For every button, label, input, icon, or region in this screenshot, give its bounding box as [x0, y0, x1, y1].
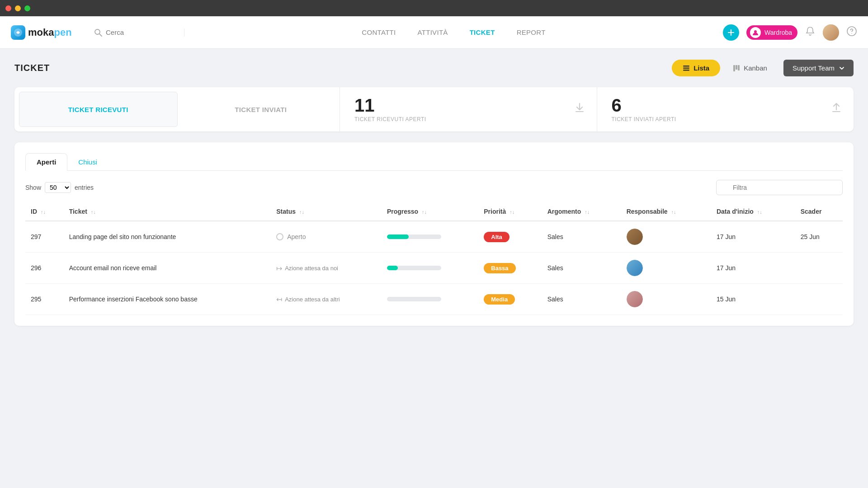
sort-argomento-icon[interactable]: ↑↓ — [585, 209, 590, 215]
cell-status: Aperto — [271, 221, 382, 253]
cell-data-inizio: 17 Jun — [711, 221, 795, 253]
page-content: TICKET Lista Kanban Support Team TICKET … — [0, 49, 868, 488]
col-scadenza: Scader — [795, 202, 843, 221]
cell-scadenza — [795, 284, 843, 315]
cell-progress — [382, 221, 478, 253]
add-button[interactable] — [723, 24, 739, 41]
cell-responsabile — [621, 221, 711, 253]
svg-line-2 — [99, 34, 102, 36]
search-input[interactable] — [106, 28, 169, 36]
table-row[interactable]: 295 Performance inserzioni Facebook sono… — [25, 284, 843, 315]
sub-tab-aperti[interactable]: Aperti — [25, 153, 67, 171]
col-argomento: Argomento ↑↓ — [542, 202, 621, 221]
close-dot[interactable] — [5, 5, 11, 11]
cell-argomento: Sales — [542, 284, 621, 315]
svg-rect-10 — [683, 70, 689, 71]
help-button[interactable] — [846, 26, 857, 39]
logo-text: mokapen — [28, 27, 72, 38]
cell-data-inizio: 17 Jun — [711, 253, 795, 284]
table-row[interactable]: 296 Account email non riceve email ↦Azio… — [25, 253, 843, 284]
ticket-tabs: TICKET RICEVUTI TICKET INVIATI — [14, 87, 340, 131]
progress-bar — [387, 297, 441, 301]
nav-contatti[interactable]: CONTATTI — [362, 28, 396, 36]
cell-priority: Media — [478, 284, 542, 315]
entries-select[interactable]: 50 10 25 100 — [45, 182, 71, 193]
responsabile-avatar — [627, 260, 643, 276]
cell-priority: Alta — [478, 221, 542, 253]
col-progresso: Progresso ↑↓ — [382, 202, 478, 221]
sort-priorita-icon[interactable]: ↑↓ — [509, 209, 514, 215]
nav-report[interactable]: REPORT — [517, 28, 546, 36]
progress-fill — [387, 266, 398, 270]
upload-icon — [830, 102, 843, 117]
sort-responsabile-icon[interactable]: ↑↓ — [671, 209, 676, 215]
sort-ticket-icon[interactable]: ↑↓ — [91, 209, 96, 215]
status-action-noi: ↦Azione attesa da noi — [276, 264, 376, 272]
sort-status-icon[interactable]: ↑↓ — [299, 209, 304, 215]
bell-button[interactable] — [805, 26, 816, 39]
cell-status: ↦Azione attesa da noi — [271, 253, 382, 284]
page-header: TICKET Lista Kanban Support Team — [14, 60, 854, 76]
user-chip[interactable]: Wardroba — [746, 25, 797, 40]
sort-id-icon[interactable]: ↑↓ — [41, 209, 46, 215]
cell-responsabile — [621, 284, 711, 315]
svg-point-7 — [851, 33, 852, 34]
status-circle — [276, 233, 283, 240]
responsabile-avatar — [627, 229, 643, 245]
kanban-view-button[interactable]: Kanban — [724, 60, 776, 76]
show-label: Show 50 10 25 100 entries — [25, 182, 94, 193]
top-nav: mokapen CONTATTI ATTIVITÀ TICKET REPORT … — [0, 16, 868, 49]
tab-ticket-ricevuti[interactable]: TICKET RICEVUTI — [19, 92, 178, 127]
user-chip-label: Wardroba — [764, 29, 792, 36]
table-row[interactable]: 297 Landing page del sito non funzionant… — [25, 221, 843, 253]
sort-progresso-icon[interactable]: ↑↓ — [422, 209, 427, 215]
cell-argomento: Sales — [542, 221, 621, 253]
cell-scadenza: 25 Jun — [795, 221, 843, 253]
stat-inviati-label: TICKET INVIATI APERTI — [612, 116, 840, 122]
progress-fill — [387, 235, 409, 239]
svg-rect-9 — [683, 67, 689, 69]
maximize-dot[interactable] — [24, 5, 30, 11]
col-data-inizio: Data d'inizio ↑↓ — [711, 202, 795, 221]
col-responsabile: Responsabile ↑↓ — [621, 202, 711, 221]
cell-ticket: Landing page del sito non funzionante — [64, 221, 271, 253]
status-action-altri: ↤Azione attesa da altri — [276, 295, 376, 304]
stat-ricevuti-label: TICKET RICEVUTI APERTI — [354, 116, 582, 122]
nav-right: Wardroba — [723, 24, 857, 41]
cell-scadenza — [795, 253, 843, 284]
cell-id: 295 — [25, 284, 64, 315]
stat-ricevuti: 11 TICKET RICEVUTI APERTI — [340, 87, 597, 131]
svg-rect-11 — [733, 65, 735, 71]
stats-row: TICKET RICEVUTI TICKET INVIATI 11 TICKET… — [14, 87, 854, 131]
filter-input[interactable] — [716, 180, 843, 195]
page-title: TICKET — [14, 63, 50, 73]
user-avatar[interactable] — [823, 24, 839, 41]
sub-tab-chiusi[interactable]: Chiusi — [67, 153, 108, 170]
tab-ticket-inviati[interactable]: TICKET INVIATI — [182, 87, 340, 131]
nav-ticket[interactable]: TICKET — [470, 28, 495, 36]
priority-badge: Alta — [484, 232, 509, 242]
support-team-button[interactable]: Support Team — [783, 60, 854, 76]
filter-wrap — [716, 180, 843, 195]
view-toggle: Lista Kanban Support Team — [672, 60, 854, 76]
cell-ticket: Performance inserzioni Facebook sono bas… — [64, 284, 271, 315]
sub-tabs: Aperti Chiusi — [25, 153, 843, 171]
nav-attivita[interactable]: ATTIVITÀ — [418, 28, 448, 36]
show-row: Show 50 10 25 100 entries — [25, 180, 843, 195]
status-aperto: Aperto — [276, 233, 376, 240]
sort-data-icon[interactable]: ↑↓ — [757, 209, 762, 215]
cell-status: ↤Azione attesa da altri — [271, 284, 382, 315]
cell-id: 297 — [25, 221, 64, 253]
cell-data-inizio: 15 Jun — [711, 284, 795, 315]
stat-inviati: 6 TICKET INVIATI APERTI — [597, 87, 854, 131]
svg-rect-12 — [736, 65, 737, 70]
download-icon — [573, 102, 586, 117]
minimize-dot[interactable] — [15, 5, 21, 11]
cell-ticket: Account email non riceve email — [64, 253, 271, 284]
search-area — [94, 28, 184, 37]
cell-progress — [382, 253, 478, 284]
col-id: ID ↑↓ — [25, 202, 64, 221]
svg-rect-13 — [738, 65, 740, 70]
table-section: Aperti Chiusi Show 50 10 25 100 entries — [14, 142, 854, 326]
lista-view-button[interactable]: Lista — [672, 60, 720, 76]
